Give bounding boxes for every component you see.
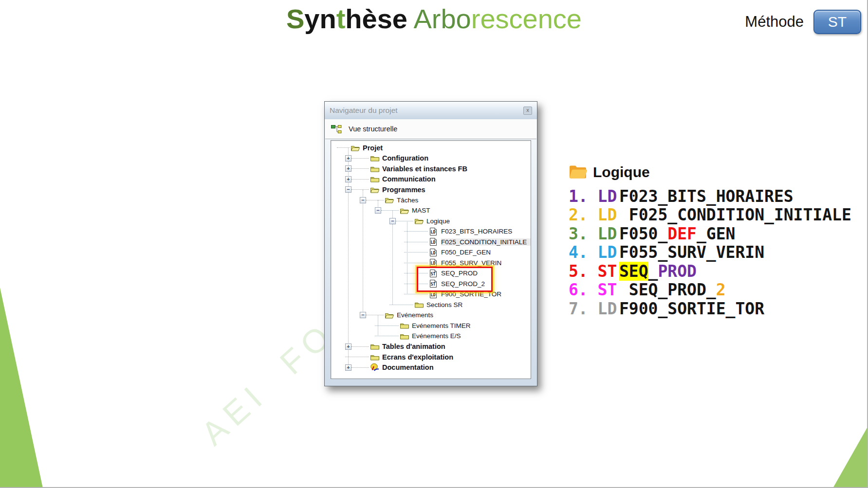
collapse-icon[interactable]: − (389, 218, 396, 224)
tree-item-programmes[interactable]: −Programmes (331, 184, 530, 195)
tree-item-t-ches[interactable]: −Tâches (331, 195, 530, 206)
tree-item-ecrans-d-exploitation[interactable]: Ecrans d'exploitation (331, 352, 530, 362)
tree-connector (351, 168, 369, 169)
logic-row-name-segment: SEQ_PROD_ (619, 280, 716, 299)
tree-connector (375, 325, 399, 326)
tree-item-label: Programmes (382, 186, 425, 194)
tree-item-ev-nements-e-s[interactable]: Evénements E/S (331, 331, 530, 342)
logic-row-name-segment: F025_CONDITION_INITIALE (619, 205, 851, 224)
expand-icon[interactable]: + (345, 343, 351, 350)
corner-triangle-left (0, 288, 43, 488)
tree-item-f025-condition-initiale[interactable]: LDF025_CONDITION_INITIALE (331, 237, 530, 248)
logic-row-number: 3. LD (569, 224, 619, 243)
tree-indent (331, 315, 360, 315)
tree-connector (381, 210, 399, 211)
tree-item-logique[interactable]: −Logique (331, 216, 530, 227)
tree-indent (331, 221, 389, 221)
tree-connector (404, 263, 428, 263)
tree-indent (331, 189, 345, 190)
close-icon[interactable]: x (523, 107, 532, 115)
tree-item-documentation[interactable]: +Documentation (331, 362, 530, 373)
tree-indent (331, 158, 345, 159)
title-segment: S (286, 3, 304, 34)
tree-indent (331, 179, 345, 180)
tree-item-configuration[interactable]: +Configuration (331, 153, 530, 164)
title-segment: Arbo (413, 3, 471, 34)
tree-connector (351, 367, 369, 368)
logic-row-number: 7. LD (569, 299, 619, 318)
ld-icon: LD (429, 248, 439, 257)
folder-open-icon (351, 144, 360, 152)
folder-open-icon (385, 311, 394, 319)
tree-item-ev-nements[interactable]: −Evénements (331, 310, 530, 321)
tree-connector (404, 252, 428, 253)
tree-item-f023-bits-horaires[interactable]: LDF023_BITS_HORAIRES (331, 226, 530, 237)
title-segment: t (336, 3, 346, 34)
collapse-icon[interactable]: − (360, 197, 366, 203)
logic-row-name-segment: F050_ (619, 224, 667, 243)
tree-connector (345, 357, 369, 357)
title-segment: yn (304, 3, 336, 34)
structural-view-icon (331, 125, 342, 134)
tree-item-label: Evénements E/S (412, 332, 461, 340)
folder-open-icon (385, 196, 394, 204)
tree-item-f050-def-gen[interactable]: LDF050_DEF_GEN (331, 247, 530, 258)
collapse-icon[interactable]: − (345, 186, 351, 193)
logic-section-list: Logique 1. LDF023_BITS_HORAIRES2. LD F02… (569, 163, 851, 318)
logic-list-title: Logique (593, 164, 650, 181)
expand-icon[interactable]: + (345, 165, 351, 172)
tree-item-communication[interactable]: +Communication (331, 174, 530, 185)
tree-connector (351, 189, 369, 190)
logic-list-row: 6. ST SEQ_PROD_2 (569, 281, 851, 300)
tree-item-variables-et-instances-fb[interactable]: +Variables et instances FB (331, 163, 530, 174)
window-titlebar[interactable]: Navigateur du projet x (325, 102, 537, 119)
logic-row-name-segment: 2 (716, 280, 726, 299)
folder-closed-icon (370, 165, 380, 173)
svg-text:LD: LD (430, 251, 435, 255)
tree-connector (351, 158, 369, 159)
tree-indent (331, 231, 404, 232)
corner-triangle-right (833, 426, 868, 488)
tree-item-label: Evénements (397, 311, 433, 319)
tree-indent (331, 305, 389, 305)
title-segment: rescence (471, 3, 582, 34)
expand-icon[interactable]: + (345, 176, 351, 182)
tree-connector (404, 294, 428, 294)
tree-item-ev-nements-timer[interactable]: Evénements TIMER (331, 321, 530, 331)
tree-item-label: F050_DEF_GEN (441, 249, 491, 256)
tree-indent (331, 346, 345, 347)
tree-item-label: F025_CONDITION_INITIALE (441, 238, 531, 246)
svg-text:LD: LD (430, 240, 435, 245)
tree-item-label: Configuration (382, 154, 428, 162)
tree-item-label: Documentation (382, 363, 434, 371)
logic-list-row: 2. LD F025_CONDITION_INITIALE (569, 206, 851, 225)
collapse-icon[interactable]: − (360, 312, 366, 318)
tree-item-sections-sr[interactable]: Sections SR (331, 300, 530, 310)
folder-closed-icon (400, 332, 409, 340)
tree-item-projet[interactable]: Projet (331, 143, 530, 153)
collapse-icon[interactable]: − (375, 207, 381, 214)
folder-closed-icon (370, 353, 380, 361)
logic-row-number: 2. LD (569, 205, 619, 224)
tree-item-label: F055_SURV_VERIN (441, 259, 501, 267)
method-st-button[interactable]: ST (813, 10, 861, 34)
folder-open-icon (400, 207, 409, 215)
tree-item-label: Sections SR (426, 301, 462, 308)
expand-icon[interactable]: + (345, 364, 351, 371)
folder-open-icon (370, 186, 380, 194)
expand-icon[interactable]: + (345, 155, 351, 162)
logic-list-row: 4. LDF055_SURV_VERIN (569, 243, 851, 262)
tree-item-label: Variables et instances FB (382, 165, 467, 173)
st-button-label: ST (828, 14, 847, 30)
ld-icon: LD (429, 227, 439, 236)
seq-prod-highlight-box (417, 267, 493, 292)
tree-item-mast[interactable]: −MAST (331, 205, 530, 216)
tree-connector (366, 315, 384, 315)
tree-indent (331, 273, 404, 273)
tree-indent (331, 252, 404, 253)
logic-list-row: 5. STSEQ_PROD (569, 262, 851, 281)
title-segment (407, 3, 413, 34)
logic-row-name-segment: SEQ (619, 262, 648, 281)
ld-icon: LD (429, 237, 439, 246)
tree-item-tables-d-animation[interactable]: +Tables d'animation (331, 342, 530, 352)
